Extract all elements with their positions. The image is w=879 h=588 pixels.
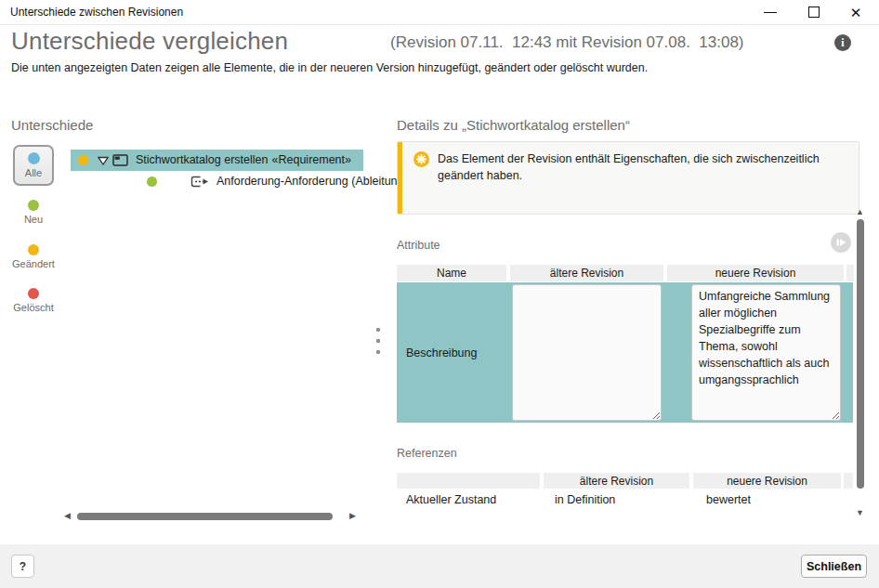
attr-col-older: ältere Revision [510, 265, 663, 281]
ref-col-spacer [844, 473, 853, 489]
filter-changed-label: Geändert [12, 258, 55, 269]
filter-all-button[interactable]: Alle [13, 145, 54, 186]
maximize-icon [808, 7, 820, 18]
help-button[interactable]: ? [11, 555, 34, 578]
expander-down-icon[interactable] [98, 156, 109, 165]
attributes-heading: Attribute [397, 239, 440, 252]
ref-col-newer: neuere Revision [693, 473, 841, 489]
filter-all-label: Alle [25, 167, 42, 178]
older-revision-textarea[interactable] [512, 284, 662, 421]
scroll-down-icon[interactable]: ▼ [856, 509, 864, 517]
revision-info: (Revision 07.11. 12:43 mit Revision 07.0… [390, 33, 744, 52]
requirement-icon [112, 154, 128, 166]
replay-icon[interactable] [830, 231, 852, 254]
close-dialog-button[interactable]: Schließen [801, 555, 867, 578]
filter-deleted-label: Gelöscht [13, 302, 53, 313]
reference-newer-value: bewertet [706, 493, 751, 506]
attr-col-name: Name [397, 265, 506, 281]
horizontal-scrollbar-thumb[interactable] [77, 513, 333, 520]
filter-new-button[interactable]: Neu [7, 200, 59, 225]
status-changed-dot-icon [78, 155, 88, 165]
scroll-right-icon[interactable]: ▶ [349, 512, 356, 520]
page-subtitle: Die unten angezeigten Daten zeigen alle … [11, 61, 648, 74]
reference-older-value: in Definition [555, 493, 615, 506]
relation-icon [190, 176, 209, 188]
close-icon: ✕ [850, 6, 862, 20]
tree-node-label: Stichwortkatalog erstellen [136, 153, 268, 166]
newer-revision-textarea[interactable]: Umfangreiche Sammlung aller möglichen Sp… [691, 284, 841, 421]
status-new-dot-icon [28, 200, 39, 211]
splitter-handle[interactable] [374, 328, 382, 354]
maximize-button[interactable] [798, 0, 830, 24]
window-title: Unterschiede zwischen Revisionen [10, 6, 183, 19]
tree-node-label: Anforderung-Anforderung (Ableitung... [216, 175, 413, 188]
filter-changed-button[interactable]: Geändert [7, 244, 59, 269]
title-bar: Unterschiede zwischen Revisionen ✕ [0, 0, 879, 25]
notice-box: Das Element der Revision enthält Eigensc… [397, 141, 859, 215]
filter-deleted-button[interactable]: Gelöscht [7, 288, 59, 313]
ref-col-older: ältere Revision [544, 473, 689, 489]
status-deleted-dot-icon [28, 288, 39, 299]
details-heading: Details zu „Stichwortkatalog erstellen“ [397, 117, 630, 133]
references-heading: Referenzen [397, 447, 457, 460]
status-all-dot-icon [28, 152, 40, 164]
tree-node-stereotype: «Requirement» [272, 153, 351, 166]
footer-bar: ? Schließen [0, 544, 879, 588]
status-new-dot-icon [147, 176, 157, 187]
differences-heading: Unterschiede [11, 117, 93, 133]
tree-row-requirement[interactable]: Stichwortkatalog erstellen «Requirement» [71, 150, 363, 171]
attribute-name: Beschreibung [406, 346, 477, 359]
status-changed-dot-icon [28, 244, 39, 255]
vertical-scrollbar-thumb[interactable] [857, 219, 864, 489]
changed-alert-icon [413, 151, 429, 167]
attr-col-newer: neuere Revision [667, 265, 844, 281]
scroll-up-icon[interactable]: ▲ [856, 208, 864, 216]
attr-col-spacer [846, 265, 854, 281]
ref-col-name [397, 473, 540, 489]
scroll-left-icon[interactable]: ◀ [64, 512, 71, 520]
minimize-icon [764, 12, 777, 13]
info-icon[interactable]: i [834, 34, 851, 51]
tree-row-relation[interactable]: Anforderung-Anforderung (Ableitung... [71, 171, 363, 192]
close-button[interactable]: ✕ [840, 0, 872, 24]
filter-new-label: Neu [24, 214, 43, 225]
notice-text: Das Element der Revision enthält Eigensc… [438, 150, 858, 184]
minimize-button[interactable] [754, 0, 786, 24]
page-title: Unterschiede vergleichen [11, 27, 288, 56]
table-row: Beschreibung Umfangreiche Sammlung aller… [397, 282, 853, 423]
dialog-window: Unterschiede zwischen Revisionen ✕ Unter… [0, 0, 879, 588]
notice-accent-bar [398, 142, 402, 214]
reference-name: Aktueller Zustand [406, 493, 496, 506]
